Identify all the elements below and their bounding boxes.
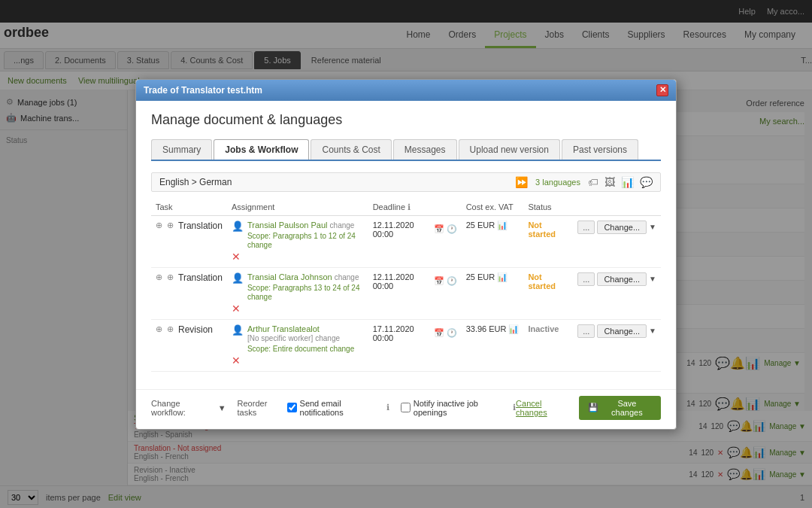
task-type-3: Revision xyxy=(178,324,213,335)
language-count-link[interactable]: 3 languages xyxy=(535,178,580,187)
change-button-2[interactable]: Change... xyxy=(597,272,647,286)
notify-inactive-checkbox[interactable]: Notify inactive job openings ℹ xyxy=(401,399,516,417)
cost-3: 33.96 xyxy=(466,324,487,333)
manage-document-modal: Trade of Translator test.htm ✕ Manage do… xyxy=(135,79,677,430)
calendar-icon-2[interactable]: 📅 xyxy=(434,276,444,286)
assign-change-2[interactable]: change xyxy=(335,273,359,281)
deadline-info-icon[interactable]: ℹ xyxy=(408,202,411,211)
assign-change-1[interactable]: change xyxy=(330,221,355,230)
chart-bar-icon[interactable]: 📊 xyxy=(621,176,634,188)
dropdown-arrow-3[interactable]: ▼ xyxy=(649,327,656,335)
tasks-table: Task Assignment Deadline ℹ Cost ex. VAT … xyxy=(151,199,661,372)
deadline-2: 12.11.2020 00:00 xyxy=(373,272,432,291)
col-task: Task xyxy=(151,199,227,216)
col-cost: Cost ex. VAT xyxy=(462,199,524,216)
language-bar: English > German ⏩ 3 languages 🏷 🖼 📊 💬 xyxy=(151,172,661,192)
scope-link-1[interactable]: Scope: Paragraphs 1 to 12 of 24 change xyxy=(247,232,356,249)
drag-handle-3[interactable]: ⊕ xyxy=(156,324,162,334)
task-type-1: Translation xyxy=(178,221,223,231)
send-email-info-icon[interactable]: ℹ xyxy=(386,403,389,412)
modal-tabs: Summary Jobs & Workflow Counts & Cost Me… xyxy=(151,139,661,161)
bookmark-icon[interactable]: 🏷 xyxy=(588,176,598,188)
remove-assign-2[interactable]: ✕ xyxy=(232,303,241,315)
image-icon[interactable]: 🖼 xyxy=(604,176,615,188)
task-row-2: ⊕ ⊕ Translation 👤 T xyxy=(151,267,661,319)
dropdown-arrow-2[interactable]: ▼ xyxy=(649,275,656,283)
currency-1: EUR xyxy=(477,221,495,230)
clock-icon-3[interactable]: 🕐 xyxy=(447,328,457,338)
app-background: Help My acco... ordbee Home Orders Proje… xyxy=(0,0,812,508)
forward-icon: ⏩ xyxy=(515,176,528,188)
send-email-input[interactable] xyxy=(287,403,297,412)
task-row-1: ⊕ ⊕ Translation 👤 T xyxy=(151,215,661,267)
assign-name-2[interactable]: Transial Clara Johnson xyxy=(247,272,332,281)
change-workflow-dropdown[interactable]: Change workflow: ▼ xyxy=(151,399,226,417)
drag-handle-2b[interactable]: ⊕ xyxy=(167,272,174,282)
tab-counts-cost[interactable]: Counts & Cost xyxy=(311,139,391,160)
calendar-icon-3[interactable]: 📅 xyxy=(434,328,444,338)
save-changes-button[interactable]: 💾 Save changes xyxy=(579,396,661,420)
calendar-icon-1[interactable]: 📅 xyxy=(434,224,444,234)
modal-heading: Manage document & languages xyxy=(151,112,661,128)
speech-icon[interactable]: 💬 xyxy=(640,176,653,188)
tab-jobs-workflow[interactable]: Jobs & Workflow xyxy=(214,139,309,160)
dropdown-arrow-1[interactable]: ▼ xyxy=(649,223,656,231)
deadline-1: 12.11.2020 00:00 xyxy=(373,221,432,239)
person-icon-2: 👤 xyxy=(232,272,244,284)
cost-2: 25 xyxy=(466,272,475,281)
remove-assign-3[interactable]: ✕ xyxy=(232,354,241,367)
notify-inactive-input[interactable] xyxy=(401,403,411,412)
modal-close-button[interactable]: ✕ xyxy=(656,84,668,96)
status-1: Not started xyxy=(528,221,556,239)
modal-title: Trade of Translator test.htm xyxy=(144,85,262,96)
no-specific-worker: [No specific worker] xyxy=(247,334,313,342)
currency-3: EUR xyxy=(489,324,506,333)
change-button-3[interactable]: Change... xyxy=(597,324,647,338)
assign-name-3[interactable]: Arthur Translatealot xyxy=(247,324,320,333)
tab-past-versions[interactable]: Past versions xyxy=(562,139,638,160)
workflow-dropdown-arrow: ▼ xyxy=(218,403,226,412)
col-actions xyxy=(573,199,661,216)
modal-footer: Change workflow: ▼ Reorder tasks Send em… xyxy=(136,389,676,429)
modal-titlebar: Trade of Translator test.htm ✕ xyxy=(136,80,676,101)
chart-icon-2[interactable]: 📊 xyxy=(497,272,508,282)
language-direction: English > German xyxy=(159,177,232,187)
col-deadline: Deadline ℹ xyxy=(368,199,462,216)
drag-handle-2[interactable]: ⊕ xyxy=(156,272,162,282)
save-icon: 💾 xyxy=(588,403,598,412)
scope-link-2[interactable]: Scope: Paragraphs 13 to 24 of 24 change xyxy=(247,284,360,301)
drag-handle-1[interactable]: ⊕ xyxy=(156,221,162,230)
deadline-3: 17.11.2020 00:00 xyxy=(373,324,432,342)
clock-icon-1[interactable]: 🕐 xyxy=(447,224,457,234)
tab-upload-version[interactable]: Upload new version xyxy=(459,139,560,160)
clock-icon-2[interactable]: 🕐 xyxy=(447,276,457,286)
modal-body: Manage document & languages Summary Jobs… xyxy=(136,101,676,383)
dots-button-1[interactable]: ... xyxy=(577,221,595,234)
person-icon-3: 👤 xyxy=(232,324,244,336)
scope-link-3[interactable]: Scope: Entire document change xyxy=(247,345,354,353)
task-type-2: Translation xyxy=(178,272,223,283)
tab-summary[interactable]: Summary xyxy=(151,139,212,160)
modal-overlay: Trade of Translator test.htm ✕ Manage do… xyxy=(0,0,812,508)
change-button-1[interactable]: Change... xyxy=(597,221,647,234)
send-email-checkbox[interactable]: Send email notifications ℹ xyxy=(287,399,389,417)
currency-2: EUR xyxy=(477,272,495,281)
col-status: Status xyxy=(523,199,573,216)
remove-assign-1[interactable]: ✕ xyxy=(232,251,241,263)
chart-icon-1[interactable]: 📊 xyxy=(497,221,508,230)
status-3: Inactive xyxy=(528,324,559,333)
tab-messages[interactable]: Messages xyxy=(393,139,457,160)
status-2: Not started xyxy=(528,272,556,291)
assign-change-3[interactable]: change xyxy=(315,334,340,342)
drag-handle-3b[interactable]: ⊕ xyxy=(167,324,174,334)
drag-handle-1b[interactable]: ⊕ xyxy=(167,221,174,230)
person-icon-1: 👤 xyxy=(232,221,244,232)
assign-name-1[interactable]: Transial Paulson Paul xyxy=(247,221,328,230)
task-row-3: ⊕ ⊕ Revision 👤 Arth xyxy=(151,319,661,371)
cancel-changes-link[interactable]: Cancel changes xyxy=(516,399,573,417)
dots-button-3[interactable]: ... xyxy=(577,324,595,338)
reorder-tasks-link[interactable]: Reorder tasks xyxy=(238,399,287,417)
dots-button-2[interactable]: ... xyxy=(577,272,595,286)
col-assignment: Assignment xyxy=(227,199,368,216)
chart-icon-3[interactable]: 📊 xyxy=(508,324,519,334)
